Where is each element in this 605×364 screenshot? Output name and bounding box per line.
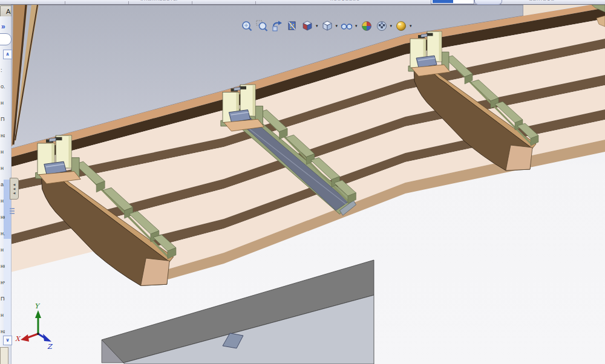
display-style-icon[interactable] [321, 20, 333, 32]
graphics-area[interactable]: Y X Z [11, 5, 605, 364]
tree-item-fragment: нч [1, 279, 5, 287]
hide-show-items-caret[interactable]: ▾ [355, 24, 358, 28]
splitter-arrow-icon: ◀ [13, 187, 16, 190]
tree-item-fragment: н [1, 165, 5, 172]
tree-item-fragment: По [1, 116, 5, 123]
tree-item-fragment: на [1, 328, 5, 336]
toolbar-label-fragment: Чертежи [529, 0, 555, 1]
tree-item-fragment: о. [1, 83, 5, 91]
tree-item-fragment: н [1, 149, 5, 156]
view-settings-icon[interactable] [395, 20, 407, 32]
apply-scene-caret[interactable]: ▾ [390, 24, 393, 28]
toolbar-separator [255, 1, 256, 4]
toolbar-separator [192, 1, 192, 4]
toolbar-combobox[interactable] [431, 0, 474, 4]
view-orientation-caret[interactable]: ▾ [316, 24, 318, 28]
toolbar-label-fragment: Движения [330, 0, 360, 1]
tree-item-fragment: н [1, 247, 5, 254]
view-settings-caret[interactable]: ▾ [410, 24, 412, 28]
edit-appearance-icon[interactable] [361, 20, 373, 32]
hide-show-items-icon[interactable] [341, 20, 353, 32]
tree-item-fragment: на [1, 132, 5, 140]
filter-box-sliver[interactable] [0, 33, 11, 45]
combobox-selection [433, 0, 453, 3]
apply-scene-icon[interactable] [376, 20, 388, 32]
tree-item-fragment: По [1, 296, 5, 303]
expand-panel-chevron[interactable]: » [1, 23, 5, 30]
tree-item-fragment: нк [1, 214, 5, 221]
toolbar-separator [65, 1, 65, 4]
solidworks-window: Компоненты Движения Чертежи Анализироват… [0, 0, 605, 364]
tree-item-fragment: нн [1, 263, 5, 270]
scroll-up-button[interactable]: ∧ [3, 50, 12, 59]
toolbar-label-fragment: Компоненты [140, 0, 178, 1]
panel-splitter-grip[interactable] [10, 207, 16, 215]
toolbar-rounded-button[interactable] [474, 0, 502, 5]
splitter-arrow-icon: ◀ [13, 191, 16, 195]
tree-item-fragment: н [1, 312, 5, 319]
tree-item-fragment: н [1, 100, 5, 107]
view-orientation-icon[interactable] [301, 20, 313, 32]
top-toolbar-strip: Компоненты Движения Чертежи [0, 0, 605, 5]
tree-item-fragment: н [1, 198, 5, 205]
scroll-down-button[interactable]: ∨ [3, 336, 12, 345]
zoom-to-area-icon[interactable] [256, 20, 268, 32]
panel-bottom-partial [0, 347, 8, 364]
panel-splitter-tab[interactable]: ◀ ◀ ◀ [10, 178, 19, 200]
section-view-icon[interactable] [286, 20, 298, 32]
zoom-to-fit-icon[interactable] [241, 20, 253, 32]
tree-item-fragment: : [1, 67, 5, 74]
tree-item-fragment: н. [1, 230, 5, 238]
display-style-caret[interactable]: ▾ [336, 24, 338, 28]
splitter-arrow-icon: ◀ [13, 183, 16, 186]
toolbar-separator [128, 1, 129, 4]
tree-item-fragment: а [1, 181, 5, 189]
heads-up-view-toolbar: ▾ ▾ ▾ ▾ [241, 20, 412, 32]
previous-view-icon[interactable] [271, 20, 283, 32]
